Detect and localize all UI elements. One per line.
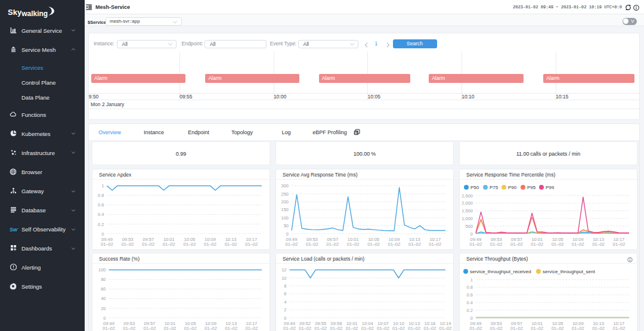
svg-text:01–02: 01–02 <box>184 326 197 331</box>
svg-text:01–02: 01–02 <box>592 242 605 247</box>
svg-text:0.8: 0.8 <box>467 284 473 290</box>
svg-text:01–02: 01–02 <box>388 242 401 247</box>
svg-text:1: 1 <box>101 183 104 188</box>
svg-text:0: 0 <box>470 231 473 236</box>
svg-text:8: 8 <box>284 283 286 289</box>
svg-text:40: 40 <box>101 296 106 301</box>
svg-text:150: 150 <box>281 207 289 212</box>
svg-text:01–02: 01–02 <box>164 326 177 331</box>
svg-text:01–02: 01–02 <box>101 242 113 247</box>
svg-text:100: 100 <box>98 267 106 273</box>
svg-text:01–02: 01–02 <box>552 242 564 247</box>
svg-text:1: 1 <box>470 277 473 282</box>
svg-text:01–02: 01–02 <box>306 242 318 247</box>
svg-text:2,000: 2,000 <box>462 200 473 206</box>
svg-text:01–02: 01–02 <box>377 326 389 331</box>
svg-text:01–02: 01–02 <box>286 242 298 247</box>
svg-text:0.6: 0.6 <box>467 292 473 298</box>
svg-text:01–02: 01–02 <box>408 326 420 331</box>
svg-text:01–02: 01–02 <box>392 326 405 331</box>
svg-text:01–02: 01–02 <box>531 326 543 331</box>
svg-text:01–02: 01–02 <box>490 326 503 331</box>
svg-text:4: 4 <box>284 299 286 304</box>
svg-text:250: 250 <box>281 191 289 196</box>
svg-text:01–02: 01–02 <box>204 242 216 247</box>
svg-text:01–02: 01–02 <box>330 326 343 331</box>
svg-text:01–02: 01–02 <box>470 242 482 247</box>
svg-text:2,500: 2,500 <box>462 193 473 198</box>
svg-text:01–02: 01–02 <box>470 326 482 331</box>
svg-text:01–02: 01–02 <box>103 326 115 331</box>
svg-text:01–02: 01–02 <box>612 326 625 331</box>
svg-text:0.4: 0.4 <box>467 299 473 305</box>
svg-text:01–02: 01–02 <box>592 326 605 331</box>
svg-text:01–02: 01–02 <box>408 242 421 247</box>
svg-text:01–02: 01–02 <box>572 326 584 331</box>
svg-text:01–02: 01–02 <box>490 242 503 247</box>
svg-text:0: 0 <box>286 231 289 236</box>
svg-text:01–02: 01–02 <box>123 326 135 331</box>
svg-text:01–02: 01–02 <box>183 242 196 247</box>
svg-text:10: 10 <box>281 275 286 280</box>
svg-text:01–02: 01–02 <box>552 326 564 331</box>
svg-text:01–02: 01–02 <box>122 242 134 247</box>
svg-text:01–02: 01–02 <box>314 326 327 331</box>
svg-text:60: 60 <box>101 286 106 292</box>
svg-text:01–02: 01–02 <box>346 326 358 331</box>
svg-text:P75: P75 <box>490 185 499 190</box>
svg-text:01–02: 01–02 <box>245 242 258 247</box>
svg-text:500: 500 <box>465 223 473 228</box>
svg-text:P90: P90 <box>508 185 517 190</box>
svg-text:01–02: 01–02 <box>367 242 380 247</box>
svg-text:12: 12 <box>281 267 286 273</box>
svg-text:01–02: 01–02 <box>205 326 217 331</box>
svg-text:0: 0 <box>284 315 286 320</box>
svg-text:300: 300 <box>281 183 289 188</box>
svg-text:01–02: 01–02 <box>572 242 584 247</box>
svg-text:P95: P95 <box>527 185 536 190</box>
svg-text:01–02: 01–02 <box>143 326 156 331</box>
svg-text:01–02: 01–02 <box>347 242 360 247</box>
svg-text:01–02: 01–02 <box>299 326 311 331</box>
svg-text:01–02: 01–02 <box>361 326 374 331</box>
svg-text:01–02: 01–02 <box>531 242 543 247</box>
svg-text:P99: P99 <box>546 185 555 190</box>
svg-text:01–02: 01–02 <box>423 326 436 331</box>
svg-text:01–02: 01–02 <box>612 242 625 247</box>
svg-text:0: 0 <box>101 231 104 236</box>
svg-text:01–02: 01–02 <box>283 326 296 331</box>
svg-text:service_throughput_received: service_throughput_received <box>470 269 531 274</box>
svg-text:0.4: 0.4 <box>98 212 104 217</box>
svg-text:01–02: 01–02 <box>439 326 452 331</box>
svg-text:0.6: 0.6 <box>98 202 104 208</box>
svg-text:80: 80 <box>101 277 106 282</box>
svg-text:01–02: 01–02 <box>326 242 339 247</box>
svg-text:01–02: 01–02 <box>510 326 523 331</box>
svg-text:01–02: 01–02 <box>510 242 523 247</box>
svg-text:6: 6 <box>284 291 286 296</box>
svg-text:0.8: 0.8 <box>98 193 104 198</box>
svg-text:0.2: 0.2 <box>98 221 104 227</box>
svg-text:1,500: 1,500 <box>462 208 473 214</box>
svg-text:50: 50 <box>284 223 289 228</box>
svg-text:01–02: 01–02 <box>245 326 258 331</box>
svg-text:0: 0 <box>470 315 473 320</box>
svg-text:01–02: 01–02 <box>225 242 237 247</box>
svg-text:1,000: 1,000 <box>462 215 473 221</box>
svg-text:01–02: 01–02 <box>429 242 441 247</box>
svg-text:01–02: 01–02 <box>142 242 154 247</box>
svg-text:100: 100 <box>281 215 289 220</box>
svg-text:200: 200 <box>281 199 289 205</box>
svg-text:2: 2 <box>284 307 286 313</box>
svg-text:01–02: 01–02 <box>163 242 175 247</box>
svg-text:0.2: 0.2 <box>467 307 473 313</box>
svg-text:01–02: 01–02 <box>225 326 237 331</box>
svg-text:P50: P50 <box>470 185 479 190</box>
svg-text:service_throughput_sent: service_throughput_sent <box>543 269 595 274</box>
svg-text:20: 20 <box>101 305 106 311</box>
svg-text:0: 0 <box>103 315 106 320</box>
